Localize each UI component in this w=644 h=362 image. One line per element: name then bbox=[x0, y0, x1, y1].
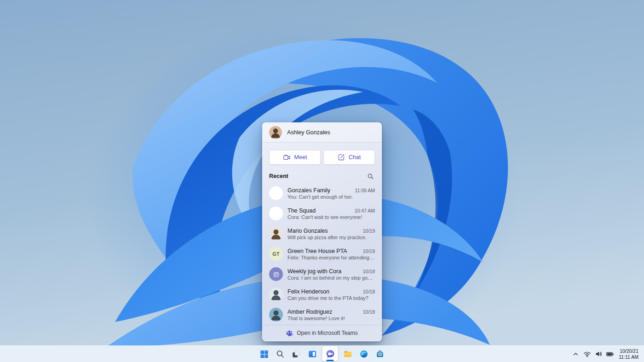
edge-button[interactable] bbox=[358, 346, 370, 361]
chat-list-item[interactable]: Mario Gonzales 10/19 Will pick up pizza … bbox=[263, 224, 381, 244]
chat-item-text: Felix Henderson 10/18 Can you drive me t… bbox=[288, 288, 375, 301]
chat-list-item[interactable]: GT Green Tree House PTA 10/19 Felix: Tha… bbox=[263, 244, 381, 264]
task-view-button[interactable] bbox=[290, 346, 303, 361]
meet-button-label: Meet bbox=[294, 154, 307, 161]
chat-list-item[interactable]: Weekly jog with Cora 10/18 Cora: I am so… bbox=[263, 264, 381, 284]
chat-preview: You: Can't get enough of her. bbox=[288, 194, 375, 200]
video-camera-icon bbox=[283, 154, 291, 161]
chat-avatar bbox=[269, 207, 283, 220]
wifi-button[interactable] bbox=[581, 348, 592, 361]
chat-button-label: Chat bbox=[349, 154, 361, 161]
open-in-teams-label: Open in Microsoft Teams bbox=[297, 330, 358, 336]
chat-item-text: Weekly jog with Cora 10/18 Cora: I am so… bbox=[288, 268, 375, 281]
chat-preview: Cora: I am so behind on my step goals. bbox=[288, 275, 375, 281]
chat-timestamp: 10/18 bbox=[363, 309, 375, 315]
chat-timestamp: 10/18 bbox=[363, 289, 375, 294]
microsoft-store-icon bbox=[375, 349, 385, 359]
user-name: Ashley Gonzales bbox=[287, 129, 330, 136]
task-view-icon bbox=[292, 349, 301, 359]
chat-item-text: Green Tree House PTA 10/19 Felix: Thanks… bbox=[288, 248, 375, 260]
chat-item-text: The Squad 10:47 AM Cora: Can't wait to s… bbox=[288, 207, 375, 220]
chat-name: Amber Rodriguez bbox=[288, 309, 360, 315]
chat-preview: Will pick up pizza after my practice. bbox=[288, 235, 375, 240]
taskbar: 10/20/21 11:11 AM bbox=[0, 345, 644, 362]
chevron-up-icon bbox=[572, 351, 579, 357]
recent-list: Gonzales Family 11:09 AM You: Can't get … bbox=[263, 181, 381, 325]
chat-avatar bbox=[269, 287, 283, 301]
chat-name: Felix Henderson bbox=[288, 288, 360, 295]
file-explorer-button[interactable] bbox=[342, 346, 354, 361]
chat-preview: Cora: Can't wait to see everyone! bbox=[288, 214, 375, 220]
start-button[interactable] bbox=[258, 346, 270, 361]
microsoft-store-button[interactable] bbox=[374, 346, 386, 361]
chat-name: Gonzales Family bbox=[288, 187, 352, 194]
recent-header: Recent bbox=[263, 171, 381, 181]
chat-timestamp: 10/19 bbox=[363, 228, 375, 234]
chat-name: Green Tree House PTA bbox=[288, 248, 360, 254]
chat-timestamp: 11:09 AM bbox=[355, 188, 375, 193]
desktop: Ashley Gonzales Meet Chat Recent bbox=[0, 0, 644, 362]
search-button[interactable] bbox=[366, 172, 375, 181]
system-tray: 10/20/21 11:11 AM bbox=[570, 346, 642, 362]
open-in-teams-button[interactable]: Open in Microsoft Teams bbox=[283, 329, 361, 337]
widgets-button[interactable] bbox=[306, 346, 319, 361]
battery-icon bbox=[606, 350, 614, 358]
recent-title: Recent bbox=[269, 173, 288, 179]
teams-chat-button[interactable] bbox=[322, 346, 338, 361]
chat-list-item[interactable]: Gonzales Family 11:09 AM You: Can't get … bbox=[263, 183, 381, 203]
chat-avatar bbox=[269, 186, 283, 200]
taskbar-center bbox=[258, 346, 386, 361]
chat-list-item[interactable]: Amber Rodriguez 10/18 That is awesome! L… bbox=[263, 305, 381, 325]
chat-list-item[interactable]: The Squad 10:47 AM Cora: Can't wait to s… bbox=[263, 203, 381, 224]
taskbar-date: 10/20/21 bbox=[619, 348, 638, 354]
chat-button[interactable]: Chat bbox=[323, 150, 375, 165]
tray-overflow-button[interactable] bbox=[570, 348, 581, 361]
action-buttons: Meet Chat bbox=[263, 143, 381, 171]
chat-name: Weekly jog with Cora bbox=[288, 268, 360, 275]
teams-chat-flyout: Ashley Gonzales Meet Chat Recent bbox=[262, 122, 382, 341]
chat-preview: Felix: Thanks everyone for attending tod… bbox=[288, 255, 375, 260]
file-explorer-icon bbox=[343, 349, 353, 359]
chat-avatar bbox=[269, 267, 283, 281]
chat-item-text: Mario Gonzales 10/19 Will pick up pizza … bbox=[288, 228, 375, 240]
taskbar-clock[interactable]: 10/20/21 11:11 AM bbox=[616, 348, 642, 360]
chat-preview: Can you drive me to the PTA today? bbox=[288, 295, 375, 301]
chat-timestamp: 10:47 AM bbox=[355, 208, 375, 213]
user-avatar[interactable] bbox=[269, 126, 282, 139]
microsoft-teams-logo-icon bbox=[286, 330, 293, 337]
chat-item-text: Amber Rodriguez 10/18 That is awesome! L… bbox=[288, 309, 375, 321]
chat-name: The Squad bbox=[288, 207, 352, 214]
volume-button[interactable] bbox=[593, 348, 604, 361]
flyout-header: Ashley Gonzales bbox=[263, 123, 381, 143]
chat-item-text: Gonzales Family 11:09 AM You: Can't get … bbox=[288, 187, 375, 200]
wifi-icon bbox=[583, 350, 591, 358]
chat-list-item[interactable]: Felix Henderson 10/18 Can you drive me t… bbox=[263, 284, 381, 305]
chat-avatar: GT bbox=[269, 247, 283, 261]
chat-timestamp: 10/18 bbox=[363, 269, 375, 274]
teams-chat-icon bbox=[325, 349, 335, 359]
volume-icon bbox=[595, 350, 603, 358]
windows-start-icon bbox=[259, 349, 269, 359]
chat-timestamp: 10/19 bbox=[363, 248, 375, 254]
meet-button[interactable]: Meet bbox=[269, 150, 321, 165]
flyout-footer: Open in Microsoft Teams bbox=[263, 325, 381, 341]
search-icon bbox=[276, 349, 285, 359]
chat-name: Mario Gonzales bbox=[288, 228, 360, 234]
battery-button[interactable] bbox=[604, 348, 615, 361]
compose-icon bbox=[338, 154, 345, 161]
widgets-icon bbox=[308, 349, 317, 359]
search-button-taskbar[interactable] bbox=[274, 346, 287, 361]
chat-avatar bbox=[269, 308, 283, 322]
search-icon bbox=[367, 173, 374, 180]
chat-avatar bbox=[269, 227, 283, 241]
edge-icon bbox=[359, 349, 369, 359]
taskbar-time: 11:11 AM bbox=[619, 354, 638, 360]
chat-preview: That is awesome! Love it! bbox=[288, 316, 375, 321]
